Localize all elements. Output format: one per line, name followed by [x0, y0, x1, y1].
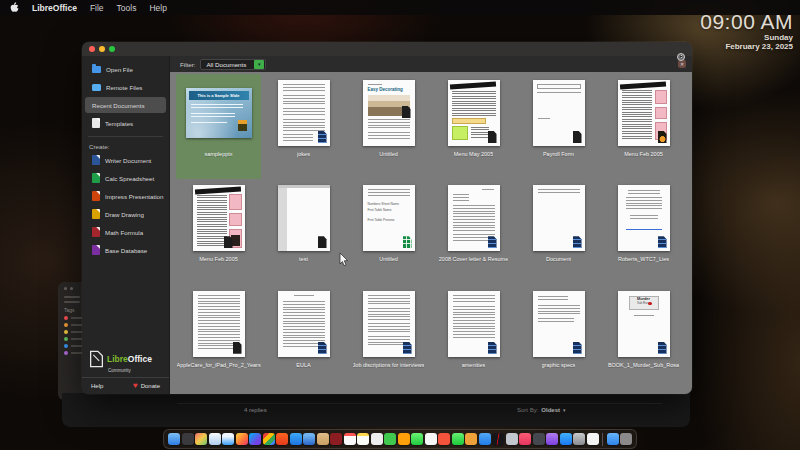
document-item[interactable]: This is a Sample Slide samplepptx: [176, 74, 261, 179]
dock-divider: [602, 433, 603, 446]
menu-tools[interactable]: Tools: [117, 3, 137, 13]
document-item[interactable]: Roberts_WTC7_Lies: [601, 179, 686, 284]
app-orange-icon[interactable]: [398, 433, 410, 445]
app-green-icon[interactable]: [384, 433, 396, 445]
chevron-down-icon: ▾: [563, 407, 566, 413]
books-icon[interactable]: [587, 433, 599, 445]
document-item[interactable]: test: [261, 179, 346, 284]
document-item[interactable]: graphic specs: [516, 285, 601, 390]
clock-widget: 09:00 AM Sunday February 23, 2025: [700, 11, 793, 51]
sidebar-item-math-formula[interactable]: Math Formula: [85, 224, 166, 240]
page-preview: [533, 291, 585, 357]
messages-icon[interactable]: [411, 433, 423, 445]
sidebar-item-recent-documents[interactable]: Recent Documents: [85, 97, 166, 113]
firefox-icon[interactable]: [236, 433, 248, 445]
photos-icon[interactable]: [425, 433, 437, 445]
finder-icon[interactable]: [168, 433, 180, 445]
filter-dropdown[interactable]: All Documents ▾: [200, 59, 266, 70]
safari-icon[interactable]: [222, 433, 234, 445]
contacts-icon[interactable]: [546, 433, 558, 445]
trash-icon[interactable]: [620, 433, 632, 445]
document-item[interactable]: AppleCare_for_iPad_Pro_2_Years: [176, 285, 261, 390]
document-file-icon: [233, 342, 242, 354]
document-item[interactable]: Document: [516, 179, 601, 284]
minimize-window-button[interactable]: [99, 46, 105, 52]
sidebar-item-templates[interactable]: Templates: [85, 115, 166, 131]
help-button[interactable]: Help: [91, 383, 103, 389]
maximize-window-button[interactable]: [109, 46, 115, 52]
tag-color-dot[interactable]: [64, 316, 68, 320]
font-book-icon[interactable]: [330, 433, 342, 445]
document-label: Roberts_WTC7_Lies: [618, 256, 669, 262]
weather-icon[interactable]: [479, 433, 491, 445]
document-item[interactable]: Menu Feb 2005: [176, 179, 261, 284]
tag-color-dot[interactable]: [64, 344, 68, 348]
title-bar[interactable]: [82, 42, 692, 56]
utility-dark-icon[interactable]: [533, 433, 545, 445]
tag-color-dot[interactable]: [64, 337, 68, 341]
mission-control-icon[interactable]: [195, 433, 207, 445]
rose-icon: [648, 302, 652, 306]
menu-file[interactable]: File: [90, 3, 104, 13]
page-preview: [618, 185, 670, 251]
folder-app-icon[interactable]: [317, 433, 329, 445]
close-icon[interactable]: ✕: [678, 60, 686, 68]
downloads-folder-icon[interactable]: [607, 433, 619, 445]
app-amber-icon[interactable]: [465, 433, 477, 445]
document-item[interactable]: Easy Decorating Untitled: [346, 74, 431, 179]
facetime-icon[interactable]: [452, 433, 464, 445]
calendar-icon[interactable]: [344, 433, 356, 445]
document-item[interactable]: Murder Sub Rosa BOOK_1_Murder_Sub_Rosa: [601, 285, 686, 390]
launchpad-icon[interactable]: [182, 433, 194, 445]
document-item[interactable]: Job discriptions for interviews: [346, 285, 431, 390]
textedit-icon[interactable]: [371, 433, 383, 445]
page-preview: [533, 80, 585, 146]
page-preview: [533, 185, 585, 251]
music-icon[interactable]: [519, 433, 531, 445]
app-red-icon[interactable]: [438, 433, 450, 445]
app-store-icon[interactable]: [560, 433, 572, 445]
tag-color-dot[interactable]: [64, 323, 68, 327]
app-menu[interactable]: LibreOffice: [32, 3, 77, 13]
mail-icon[interactable]: [290, 433, 302, 445]
sidebar-item-draw-drawing[interactable]: Draw Drawing: [85, 206, 166, 222]
settings-icon[interactable]: [573, 433, 585, 445]
sidebar-item-calc-spreadsheet[interactable]: Calc Spreadsheet: [85, 170, 166, 186]
sidebar-item-impress-presentation[interactable]: Impress Presentation: [85, 188, 166, 204]
preview-icon[interactable]: [209, 433, 221, 445]
close-window-button[interactable]: [89, 46, 95, 52]
folder-icon: [92, 66, 101, 73]
document-item[interactable]: Payroll Form: [516, 74, 601, 179]
document-item[interactable]: Menu Feb 2005: [601, 74, 686, 179]
sort-control[interactable]: Sort By: Oldest ▾: [517, 407, 566, 413]
word-file-icon: [658, 342, 667, 354]
sidebar-item-writer-document[interactable]: Writer Document: [85, 152, 166, 168]
document-label: Untitled: [379, 151, 398, 157]
sidebar-item-open-file[interactable]: Open File: [85, 61, 166, 77]
word-file-icon: [318, 342, 327, 354]
sort-value[interactable]: Oldest: [541, 407, 560, 413]
brave-icon[interactable]: [276, 433, 288, 445]
firefox-developer-icon[interactable]: [249, 433, 261, 445]
tag-color-dot[interactable]: [64, 351, 68, 355]
apple-menu-icon[interactable]: [10, 2, 19, 13]
menu-help[interactable]: Help: [149, 3, 166, 13]
donate-button[interactable]: ♥ Donate: [133, 382, 160, 390]
compass-icon[interactable]: [506, 433, 518, 445]
document-item[interactable]: EULA: [261, 285, 346, 390]
document-item[interactable]: 2008 Cover letter & Resume: [431, 179, 516, 284]
netflix-icon[interactable]: [492, 433, 504, 445]
document-item[interactable]: jokes: [261, 74, 346, 179]
libreoffice-document-icon: [89, 350, 104, 368]
sidebar-item-remote-files[interactable]: Remote Files: [85, 79, 166, 95]
document-label: samplepptx: [204, 151, 232, 157]
document-item[interactable]: amenities: [431, 285, 516, 390]
tv-app-icon[interactable]: [303, 433, 315, 445]
sidebar-item-base-database[interactable]: Base Database: [85, 242, 166, 258]
chrome-icon[interactable]: [263, 433, 275, 445]
document-item[interactable]: Numbers Sheet Name First Table Name Firs…: [346, 179, 431, 284]
notes-icon[interactable]: [357, 433, 369, 445]
tag-color-dot[interactable]: [64, 330, 68, 334]
document-item[interactable]: Menu May 2005: [431, 74, 516, 179]
document-label: Job discriptions for interviews: [353, 362, 425, 368]
